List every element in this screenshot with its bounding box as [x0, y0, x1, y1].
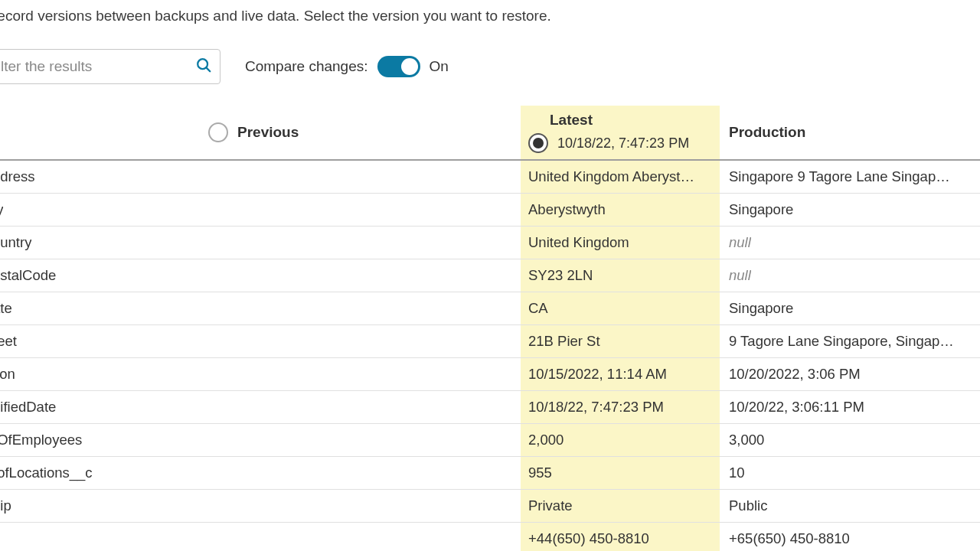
- table-row: ddressUnited Kingdom Aberyst…Singapore 9…: [0, 161, 980, 194]
- latest-value-cell: Private: [521, 490, 720, 522]
- latest-value-cell: Aberystwyth: [521, 194, 720, 226]
- field-name-cell: tion: [0, 358, 199, 390]
- compare-label: Compare changes:: [245, 58, 368, 75]
- versions-table: Previous Latest 10/18/22, 7:47:23 PM Pro…: [0, 106, 980, 551]
- previous-value-cell: [199, 358, 521, 390]
- table-row: rOfEmployees2,0003,000: [0, 424, 980, 457]
- production-value-cell: 10: [720, 457, 980, 489]
- field-name-cell: ate: [0, 292, 199, 324]
- table-row: hipPrivatePublic: [0, 490, 980, 523]
- previous-value-cell: [199, 194, 521, 226]
- table-row: +44(650) 450-8810+65(650) 450-8810: [0, 523, 980, 551]
- previous-value-cell: [199, 490, 521, 522]
- production-value-cell: null: [720, 259, 980, 292]
- production-value-cell: 10/20/2022, 3:06 PM: [720, 358, 980, 390]
- table-row: tion10/15/2022, 11:14 AM10/20/2022, 3:06…: [0, 358, 980, 391]
- previous-radio[interactable]: [208, 122, 228, 142]
- production-value-cell: Singapore: [720, 194, 980, 226]
- table-row: reet21B Pier St9 Tagore Lane Singapore, …: [0, 325, 980, 358]
- table-row: tyAberystwythSingapore: [0, 194, 980, 227]
- production-value-cell: 10/20/22, 3:06:11 PM: [720, 391, 980, 423]
- field-name-cell: rOfEmployees: [0, 424, 199, 456]
- latest-value-cell: 10/18/22, 7:47:23 PM: [521, 391, 720, 423]
- production-value-cell: 3,000: [720, 424, 980, 456]
- table-row: rofLocations__c95510: [0, 457, 980, 490]
- search-field-wrap: [0, 49, 220, 84]
- latest-value-cell: United Kingdom Aberyst…: [521, 161, 720, 193]
- latest-column-header: Latest: [550, 112, 593, 129]
- field-name-cell: rofLocations__c: [0, 457, 199, 489]
- previous-value-cell: [199, 457, 521, 489]
- field-name-cell: ountry: [0, 227, 199, 259]
- field-name-cell: ddress: [0, 161, 199, 193]
- production-value-cell: null: [720, 227, 980, 259]
- previous-column-header: Previous: [237, 124, 299, 141]
- production-value-cell: 9 Tagore Lane Singapore, Singap…: [720, 325, 980, 357]
- latest-value-cell: 2,000: [521, 424, 720, 456]
- field-name-cell: ostalCode: [0, 259, 199, 292]
- previous-value-cell: [199, 227, 521, 259]
- table-row: ostalCodeSY23 2LNnull: [0, 259, 980, 292]
- table-row: difiedDate10/18/22, 7:47:23 PM10/20/22, …: [0, 391, 980, 424]
- compare-state: On: [430, 58, 449, 75]
- latest-value-cell: 955: [521, 457, 720, 489]
- production-value-cell: Singapore: [720, 292, 980, 324]
- field-name-cell: reet: [0, 325, 199, 357]
- production-value-cell: Public: [720, 490, 980, 522]
- svg-line-1: [207, 67, 211, 71]
- latest-value-cell: United Kingdom: [521, 227, 720, 259]
- latest-value-cell: SY23 2LN: [521, 259, 720, 292]
- production-value-cell: Singapore 9 Tagore Lane Singap…: [720, 161, 980, 193]
- field-name-cell: difiedDate: [0, 391, 199, 423]
- previous-value-cell: [199, 292, 521, 324]
- field-name-cell: [0, 523, 199, 551]
- previous-value-cell: [199, 424, 521, 456]
- latest-radio[interactable]: [528, 133, 548, 153]
- instruction-text: record versions between backups and live…: [0, 0, 980, 24]
- latest-value-cell: CA: [521, 292, 720, 324]
- search-input[interactable]: [1, 58, 195, 75]
- production-column-header: Production: [729, 124, 805, 141]
- previous-value-cell: [199, 325, 521, 357]
- table-row: ateCASingapore: [0, 292, 980, 325]
- field-name-cell: ty: [0, 194, 199, 226]
- previous-value-cell: [199, 391, 521, 423]
- latest-value-cell: 10/15/2022, 11:14 AM: [521, 358, 720, 390]
- latest-value-cell: +44(650) 450-8810: [521, 523, 720, 551]
- previous-value-cell: [199, 523, 521, 551]
- previous-value-cell: [199, 259, 521, 292]
- field-name-cell: hip: [0, 490, 199, 522]
- previous-value-cell: [199, 161, 521, 193]
- production-value-cell: +65(650) 450-8810: [720, 523, 980, 551]
- latest-value-cell: 21B Pier St: [521, 325, 720, 357]
- latest-timestamp: 10/18/22, 7:47:23 PM: [557, 135, 689, 152]
- search-icon[interactable]: [195, 57, 212, 77]
- compare-toggle[interactable]: [377, 56, 420, 77]
- table-row: ountryUnited Kingdomnull: [0, 227, 980, 259]
